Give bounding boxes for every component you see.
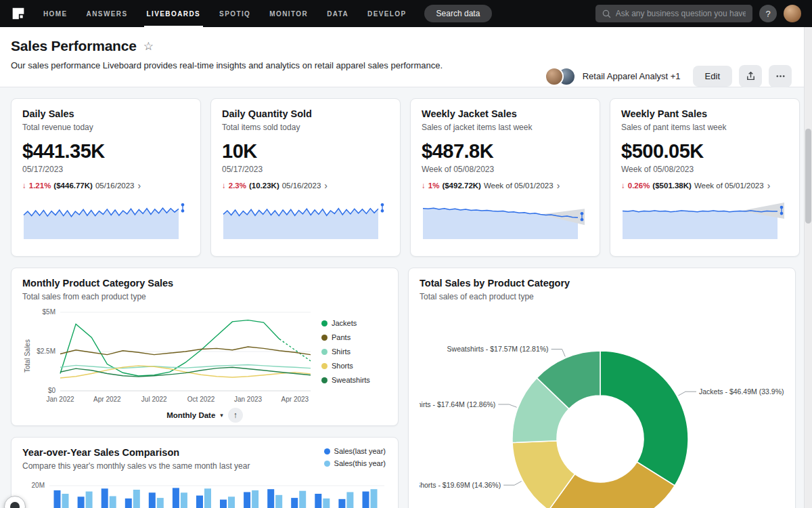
edit-button[interactable]: Edit bbox=[693, 66, 732, 87]
kpi-title: Daily Quantity Sold bbox=[222, 108, 389, 119]
legend-label: Shirts bbox=[332, 347, 351, 356]
chart-title: Monthly Product Category Sales bbox=[22, 278, 387, 289]
chart-legend: Sales(last year) Sales(this year) bbox=[324, 447, 386, 467]
legend-item-pants[interactable]: Pants bbox=[321, 333, 384, 341]
nav-liveboards[interactable]: LIVEBOARDS bbox=[147, 0, 201, 27]
legend-item-sales-this-year[interactable]: Sales(this year) bbox=[324, 459, 386, 467]
y-axis-title: Total Sales bbox=[22, 305, 32, 407]
kpi-date: Week of 05/08/2023 bbox=[422, 165, 589, 174]
legend-item-jackets[interactable]: Jackets bbox=[321, 319, 384, 327]
kpi-card-weekly-pant-sales[interactable]: Weekly Pant Sales Sales of pant items la… bbox=[610, 98, 800, 257]
legend-label: Sales(this year) bbox=[334, 459, 386, 467]
svg-text:Sweatshirts - $17.57M (12.81%): Sweatshirts - $17.57M (12.81%) bbox=[447, 345, 549, 353]
legend-item-shorts[interactable]: Shorts bbox=[321, 362, 384, 370]
sparkline-chart[interactable] bbox=[422, 198, 589, 240]
delta-period: Week of 05/01/2023 bbox=[484, 182, 554, 190]
kpi-card-weekly-jacket-sales[interactable]: Weekly Jacket Sales Sales of jacket item… bbox=[410, 98, 600, 257]
share-button[interactable] bbox=[739, 65, 762, 87]
svg-text:$0: $0 bbox=[48, 387, 56, 394]
ask-question-placeholder: Ask any business question you have bbox=[616, 9, 746, 18]
yoy-sales-comparison-card[interactable]: Year-over-Year Sales Comparison Compare … bbox=[11, 437, 399, 508]
svg-text:20M: 20M bbox=[32, 482, 45, 489]
legend-item-sweatshirts[interactable]: Sweatshirts bbox=[321, 376, 384, 384]
help-button[interactable]: ? bbox=[759, 5, 777, 22]
delta-period: 05/16/2023 bbox=[282, 182, 321, 190]
nav-monitor[interactable]: MONITOR bbox=[269, 0, 308, 27]
favorite-star-icon[interactable]: ☆ bbox=[143, 41, 154, 52]
kpi-row: Daily Sales Total revenue today $441.35K… bbox=[11, 98, 796, 257]
svg-text:$5M: $5M bbox=[43, 308, 55, 316]
axis-field-label[interactable]: Monthly Date bbox=[166, 411, 215, 419]
donut-chart[interactable]: Jackets - $46.49M (33.9%)Shorts - $19.69… bbox=[420, 307, 786, 508]
floating-action-icon bbox=[10, 502, 20, 508]
axis-up-button[interactable]: ↑ bbox=[228, 408, 243, 423]
svg-text:Jan 2022: Jan 2022 bbox=[46, 396, 74, 403]
nav-spotiq[interactable]: SPOTIQ bbox=[219, 0, 250, 27]
svg-text:Apr 2023: Apr 2023 bbox=[281, 396, 309, 403]
legend-label: Sales(last year) bbox=[334, 447, 386, 455]
ask-question-input[interactable]: Ask any business question you have bbox=[595, 5, 752, 22]
legend-dot bbox=[321, 335, 328, 341]
chart-title: Total Sales by Product Category bbox=[420, 278, 784, 289]
author-avatar-1[interactable] bbox=[545, 67, 564, 86]
kpi-delta[interactable]: ↓ 0.26% ($501.38K) Week of 05/01/2023 › bbox=[621, 181, 788, 190]
sparkline-chart[interactable] bbox=[22, 198, 189, 240]
delta-previous-value: ($446.77K) bbox=[53, 182, 93, 190]
chevron-right-icon: › bbox=[767, 181, 771, 190]
delta-previous-value: (10.23K) bbox=[249, 182, 279, 190]
legend-item-sales-last-year[interactable]: Sales(last year) bbox=[324, 447, 386, 455]
user-avatar[interactable] bbox=[784, 5, 801, 22]
legend-dot bbox=[324, 448, 330, 454]
sparkline-chart[interactable] bbox=[222, 198, 389, 240]
total-sales-by-category-card[interactable]: Total Sales by Product Category Total sa… bbox=[408, 268, 796, 508]
legend-item-shirts[interactable]: Shirts bbox=[321, 347, 384, 356]
search-data-button[interactable]: Search data bbox=[424, 5, 493, 22]
header-actions: Retail Apparel Analyst +1 Edit bbox=[545, 65, 792, 87]
thoughtspot-logo-icon[interactable] bbox=[11, 6, 26, 21]
monthly-category-sales-card[interactable]: Monthly Product Category Sales Total sal… bbox=[11, 268, 399, 426]
liveboard-header: Sales Performance ☆ Our sales performanc… bbox=[0, 27, 812, 87]
top-nav: HOME ANSWERS LIVEBOARDS SPOTIQ MONITOR D… bbox=[0, 0, 812, 27]
nav-answers[interactable]: ANSWERS bbox=[87, 0, 128, 27]
search-icon bbox=[602, 9, 611, 18]
down-arrow-icon: ↓ bbox=[621, 182, 625, 190]
svg-text:Oct 2022: Oct 2022 bbox=[187, 396, 215, 403]
chevron-right-icon: › bbox=[557, 181, 560, 190]
author-avatars[interactable] bbox=[545, 67, 576, 86]
svg-text:Shorts - $19.69M (14.36%): Shorts - $19.69M (14.36%) bbox=[420, 481, 501, 489]
delta-percent: 1% bbox=[428, 182, 440, 190]
sparkline-chart[interactable] bbox=[621, 198, 788, 240]
delta-period: 05/16/2023 bbox=[95, 182, 135, 190]
kpi-value: 10K bbox=[222, 140, 389, 163]
kpi-date: 05/17/2023 bbox=[22, 165, 189, 174]
kpi-value: $487.8K bbox=[422, 140, 589, 163]
share-icon bbox=[746, 71, 756, 81]
bar-chart[interactable]: 20M bbox=[22, 475, 388, 508]
legend-label: Jackets bbox=[332, 319, 357, 327]
kpi-delta[interactable]: ↓ 1% ($492.72K) Week of 05/01/2023 › bbox=[422, 181, 589, 190]
nav-home[interactable]: HOME bbox=[43, 0, 68, 27]
delta-period: Week of 05/01/2023 bbox=[694, 182, 764, 190]
line-chart[interactable]: $0$2.5M$5MJan 2022Apr 2022Jul 2022Oct 20… bbox=[32, 305, 316, 407]
kpi-delta[interactable]: ↓ 1.21% ($446.77K) 05/16/2023 › bbox=[22, 181, 189, 190]
nav-data[interactable]: DATA bbox=[327, 0, 348, 27]
kpi-value: $441.35K bbox=[22, 140, 189, 163]
kpi-card-daily-sales[interactable]: Daily Sales Total revenue today $441.35K… bbox=[11, 98, 201, 257]
svg-text:Jackets - $46.49M (33.9%): Jackets - $46.49M (33.9%) bbox=[699, 387, 784, 396]
down-arrow-icon: ↓ bbox=[422, 182, 426, 190]
more-button[interactable] bbox=[769, 65, 792, 87]
page-scrollbar[interactable] bbox=[804, 27, 812, 508]
kpi-card-daily-quantity[interactable]: Daily Quantity Sold Total items sold tod… bbox=[210, 98, 401, 257]
delta-previous-value: ($492.72K) bbox=[442, 182, 481, 190]
charts-row: Monthly Product Category Sales Total sal… bbox=[11, 268, 796, 508]
kpi-subtitle: Total revenue today bbox=[22, 123, 189, 132]
delta-percent: 0.26% bbox=[628, 182, 650, 190]
chevron-right-icon: › bbox=[137, 181, 141, 190]
scrollbar-thumb[interactable] bbox=[805, 129, 811, 224]
kpi-date: 05/17/2023 bbox=[222, 165, 389, 174]
svg-text:$2.5M: $2.5M bbox=[37, 347, 55, 355]
more-dots-icon bbox=[775, 71, 786, 81]
chevron-down-icon[interactable]: ▾ bbox=[220, 412, 223, 419]
kpi-delta[interactable]: ↓ 2.3% (10.23K) 05/16/2023 › bbox=[222, 181, 389, 190]
nav-develop[interactable]: DEVELOP bbox=[367, 0, 407, 27]
